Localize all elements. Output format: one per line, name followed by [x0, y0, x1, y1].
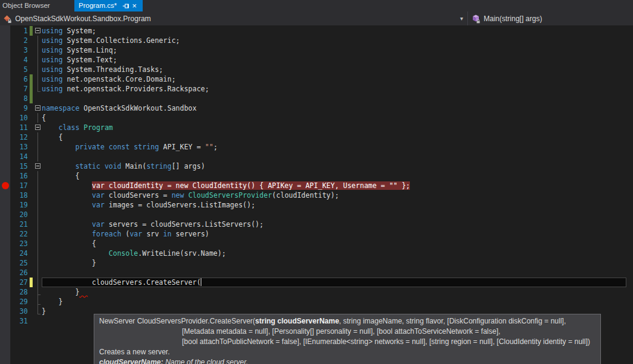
code-text[interactable]: using System.Linq;: [42, 45, 626, 55]
code-text[interactable]: }: [42, 258, 626, 268]
code-text[interactable]: using System;: [42, 26, 626, 36]
outlining-margin: [33, 219, 42, 229]
code-text[interactable]: using net.openstack.Providers.Rackspace;: [42, 84, 626, 94]
line-number: 25: [10, 258, 29, 268]
breakpoint-gutter-cell[interactable]: [0, 307, 10, 316]
code-text[interactable]: var servers = cloudServers.ListServers()…: [42, 219, 626, 229]
breakpoint-gutter-cell[interactable]: [0, 94, 10, 103]
outlining-margin[interactable]: [33, 103, 42, 113]
code-text[interactable]: [42, 210, 626, 219]
line-number: 8: [10, 94, 29, 103]
code-editor[interactable]: 1using System;2using System.Collections.…: [0, 25, 633, 364]
breakpoint-gutter-cell[interactable]: [0, 132, 10, 142]
type-dropdown-value: OpenStackSdkWorkout.Sandbox.Program: [15, 15, 151, 23]
outlining-margin: [33, 152, 42, 161]
code-text[interactable]: var cloudIdentity = new CloudIdentity() …: [42, 181, 626, 190]
line-number: 18: [10, 190, 29, 200]
breakpoint-gutter-cell[interactable]: [0, 26, 10, 36]
breakpoint-gutter-cell[interactable]: [0, 84, 10, 94]
breakpoint-gutter-cell[interactable]: [0, 45, 10, 55]
breakpoint-gutter-cell[interactable]: [0, 74, 10, 84]
breakpoint-gutter-cell[interactable]: [0, 103, 10, 113]
code-line-21: 21 var servers = cloudServers.ListServer…: [0, 219, 633, 229]
outlining-margin: [33, 229, 42, 239]
code-text[interactable]: {: [42, 132, 626, 142]
outlining-margin: [33, 171, 42, 181]
code-text[interactable]: }: [42, 297, 626, 307]
code-text[interactable]: var cloudServers = new CloudServersProvi…: [42, 190, 626, 200]
code-text[interactable]: [42, 268, 626, 278]
code-text[interactable]: using System.Collections.Generic;: [42, 36, 626, 45]
breakpoint-gutter-cell[interactable]: [0, 142, 10, 152]
line-number: 5: [10, 65, 29, 74]
breakpoint-gutter-cell[interactable]: [0, 316, 10, 326]
outlining-margin: [33, 65, 42, 74]
collapse-region-icon[interactable]: [35, 163, 41, 169]
outlining-margin[interactable]: [33, 123, 42, 132]
breakpoint-gutter-cell[interactable]: [0, 123, 10, 132]
code-text[interactable]: {: [42, 239, 626, 249]
type-dropdown[interactable]: OpenStackSdkWorkout.Sandbox.Program ▾: [0, 11, 467, 25]
line-number: 13: [10, 142, 29, 152]
collapse-region-icon[interactable]: [35, 28, 41, 33]
line-number: 6: [10, 74, 29, 84]
breakpoint-gutter-cell[interactable]: [0, 65, 10, 74]
vs-editor-window: Object Browser Program.cs* ×: [0, 0, 633, 364]
breakpoint-gutter-cell[interactable]: [0, 258, 10, 268]
breakpoint-gutter-cell[interactable]: [0, 229, 10, 239]
line-number: 16: [10, 171, 29, 181]
breakpoint-gutter-cell[interactable]: [0, 36, 10, 45]
code-text[interactable]: var images = cloudServers.ListImages();: [42, 200, 626, 210]
code-text[interactable]: class Program: [42, 123, 626, 132]
code-text[interactable]: {: [42, 113, 626, 123]
code-text[interactable]: foreach (var srv in servers): [42, 229, 626, 239]
line-number: 30: [10, 307, 29, 316]
tab-object-browser[interactable]: Object Browser: [0, 0, 70, 11]
breakpoint-gutter-cell[interactable]: [0, 55, 10, 65]
tooltip-current-parameter: string cloudServerName: [255, 317, 339, 325]
breakpoint-gutter-cell[interactable]: [0, 152, 10, 161]
member-dropdown[interactable]: Main(string[] args): [468, 11, 633, 25]
breakpoint-gutter-cell[interactable]: [0, 190, 10, 200]
breakpoint-gutter-cell[interactable]: [0, 219, 10, 229]
code-text[interactable]: private const string API_KEY = "";: [42, 142, 626, 152]
code-line-25: 25 }: [0, 258, 633, 268]
code-text[interactable]: using System.Threading.Tasks;: [42, 65, 626, 74]
breakpoint-gutter-cell[interactable]: [0, 239, 10, 249]
close-icon[interactable]: ×: [130, 0, 138, 11]
code-text[interactable]: [42, 94, 626, 103]
breakpoint-gutter-cell[interactable]: [0, 297, 10, 307]
code-line-27: 27 cloudServers.CreateServer(: [0, 278, 633, 287]
breakpoint-indicator[interactable]: [2, 182, 9, 189]
code-line-28: 28 }: [0, 287, 633, 297]
breakpoint-gutter-cell[interactable]: [0, 210, 10, 219]
tab-program-cs[interactable]: Program.cs* ×: [74, 0, 143, 11]
breakpoint-gutter-cell[interactable]: [0, 171, 10, 181]
breakpoint-gutter-cell[interactable]: [0, 181, 10, 190]
line-number: 20: [10, 210, 29, 219]
pin-icon[interactable]: [122, 0, 130, 11]
outlining-margin[interactable]: [33, 26, 42, 36]
code-text[interactable]: using System.Text;: [42, 55, 626, 65]
breakpoint-gutter-cell[interactable]: [0, 287, 10, 297]
code-text[interactable]: Console.WriteLine(srv.Name);: [42, 249, 626, 258]
breakpoint-gutter-cell[interactable]: [0, 200, 10, 210]
collapse-region-icon[interactable]: [35, 125, 41, 130]
breakpoint-gutter-cell[interactable]: [0, 161, 10, 171]
code-text[interactable]: [42, 152, 626, 161]
code-text[interactable]: cloudServers.CreateServer(: [42, 278, 626, 287]
breakpoint-gutter-cell[interactable]: [0, 249, 10, 258]
code-text[interactable]: namespace OpenStackSdkWorkout.Sandbox: [42, 103, 626, 113]
line-number: 27: [10, 278, 29, 287]
code-text[interactable]: static void Main(string[] args): [42, 161, 626, 171]
outlining-margin[interactable]: [33, 161, 42, 171]
breakpoint-gutter-cell[interactable]: [0, 278, 10, 287]
collapse-region-icon[interactable]: [35, 105, 41, 111]
breakpoint-gutter-cell[interactable]: [0, 268, 10, 278]
code-text[interactable]: }: [42, 287, 626, 297]
breakpoint-gutter-cell[interactable]: [0, 113, 10, 123]
code-text[interactable]: using net.openstack.Core.Domain;: [42, 74, 626, 84]
chevron-down-icon[interactable]: ▾: [460, 15, 463, 22]
code-text[interactable]: {: [42, 171, 626, 181]
class-icon: [2, 14, 12, 24]
